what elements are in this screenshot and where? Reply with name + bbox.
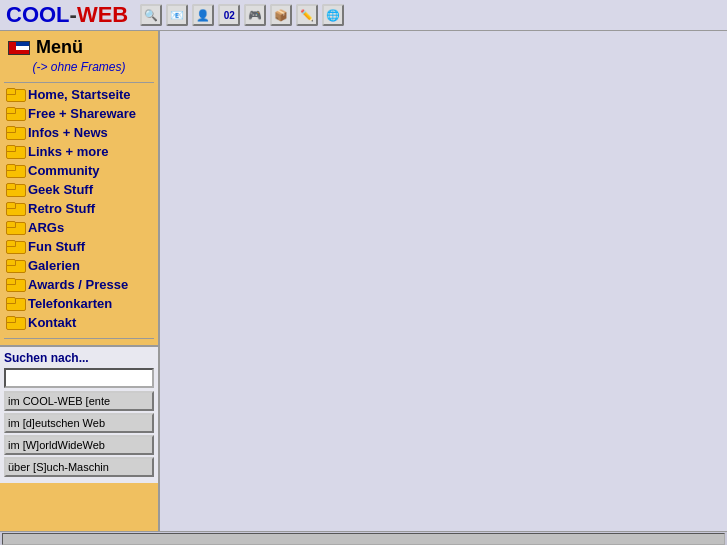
- sidebar: Menü (-> ohne Frames) Home, Startseite F…: [0, 31, 160, 531]
- search-btn-german[interactable]: im [d]eutschen Web: [4, 413, 154, 433]
- no-frames-link[interactable]: (-> ohne Frames): [0, 60, 158, 80]
- folder-icon: [6, 221, 24, 235]
- folder-icon: [6, 240, 24, 254]
- nav-label-kontakt: Kontakt: [28, 315, 76, 330]
- nav-item-home[interactable]: Home, Startseite: [0, 85, 158, 104]
- search-btn-coolweb[interactable]: im COOL-WEB [ente: [4, 391, 154, 411]
- nav-label-infos-news: Infos + News: [28, 125, 108, 140]
- folder-icon: [6, 88, 24, 102]
- search-input[interactable]: [4, 368, 154, 388]
- nav-item-retro-stuff[interactable]: Retro Stuff: [0, 199, 158, 218]
- nav-item-free-shareware[interactable]: Free + Shareware: [0, 104, 158, 123]
- folder-icon: [6, 259, 24, 273]
- nav-label-fun-stuff: Fun Stuff: [28, 239, 85, 254]
- nav-label-retro-stuff: Retro Stuff: [28, 201, 95, 216]
- toolbar-icon-3[interactable]: 👤: [192, 4, 214, 26]
- nav-item-fun-stuff[interactable]: Fun Stuff: [0, 237, 158, 256]
- nav-label-home: Home, Startseite: [28, 87, 131, 102]
- nav-item-galerien[interactable]: Galerien: [0, 256, 158, 275]
- folder-icon: [6, 316, 24, 330]
- nav-label-free-shareware: Free + Shareware: [28, 106, 136, 121]
- search-label: Suchen nach...: [4, 351, 154, 365]
- horizontal-scrollbar[interactable]: [2, 533, 725, 545]
- nav-item-telefonkarten[interactable]: Telefonkarten: [0, 294, 158, 313]
- bottom-bar: [0, 531, 727, 545]
- nav-item-infos-news[interactable]: Infos + News: [0, 123, 158, 142]
- toolbar-icon-1[interactable]: 🔍: [140, 4, 162, 26]
- no-frames-text: (-> ohne Frames): [32, 60, 125, 74]
- sidebar-divider-2: [4, 338, 154, 339]
- folder-icon: [6, 278, 24, 292]
- main-layout: Menü (-> ohne Frames) Home, Startseite F…: [0, 31, 727, 531]
- sidebar-divider: [4, 82, 154, 83]
- search-section: Suchen nach... im COOL-WEB [ente im [d]e…: [0, 345, 158, 483]
- nav-label-links-more: Links + more: [28, 144, 109, 159]
- search-btn-www[interactable]: im [W]orldWideWeb: [4, 435, 154, 455]
- nav-label-galerien: Galerien: [28, 258, 80, 273]
- nav-label-awards-presse: Awards / Presse: [28, 277, 128, 292]
- folder-icon: [6, 107, 24, 121]
- search-btn-engine[interactable]: über [S]uch-Maschin: [4, 457, 154, 477]
- logo-dash: -: [70, 2, 77, 27]
- sidebar-scroll-area[interactable]: Menü (-> ohne Frames) Home, Startseite F…: [0, 31, 158, 531]
- toolbar-icon-8[interactable]: 🌐: [322, 4, 344, 26]
- toolbar-icon-2[interactable]: 📧: [166, 4, 188, 26]
- logo-cool: COOL: [6, 2, 70, 27]
- logo-web: WEB: [77, 2, 128, 27]
- top-bar: COOL-WEB 🔍 📧 👤 02 🎮 📦 ✏️ 🌐: [0, 0, 727, 31]
- nav-item-awards-presse[interactable]: Awards / Presse: [0, 275, 158, 294]
- folder-icon: [6, 164, 24, 178]
- folder-icon: [6, 202, 24, 216]
- toolbar-icon-4[interactable]: 02: [218, 4, 240, 26]
- toolbar-icon-5[interactable]: 🎮: [244, 4, 266, 26]
- nav-item-links-more[interactable]: Links + more: [0, 142, 158, 161]
- menu-title: Menü: [36, 37, 83, 58]
- content-area: [160, 31, 727, 531]
- nav-label-geek-stuff: Geek Stuff: [28, 182, 93, 197]
- nav-item-community[interactable]: Community: [0, 161, 158, 180]
- folder-icon: [6, 183, 24, 197]
- sidebar-header: Menü: [0, 31, 158, 60]
- folder-icon: [6, 297, 24, 311]
- toolbar-icon-7[interactable]: ✏️: [296, 4, 318, 26]
- toolbar-icon-6[interactable]: 📦: [270, 4, 292, 26]
- nav-label-args: ARGs: [28, 220, 64, 235]
- nav-label-community: Community: [28, 163, 100, 178]
- site-logo[interactable]: COOL-WEB: [6, 4, 128, 26]
- folder-icon: [6, 145, 24, 159]
- flag-icon: [8, 41, 30, 55]
- nav-label-telefonkarten: Telefonkarten: [28, 296, 112, 311]
- nav-item-geek-stuff[interactable]: Geek Stuff: [0, 180, 158, 199]
- folder-icon: [6, 126, 24, 140]
- nav-item-args[interactable]: ARGs: [0, 218, 158, 237]
- nav-item-kontakt[interactable]: Kontakt: [0, 313, 158, 332]
